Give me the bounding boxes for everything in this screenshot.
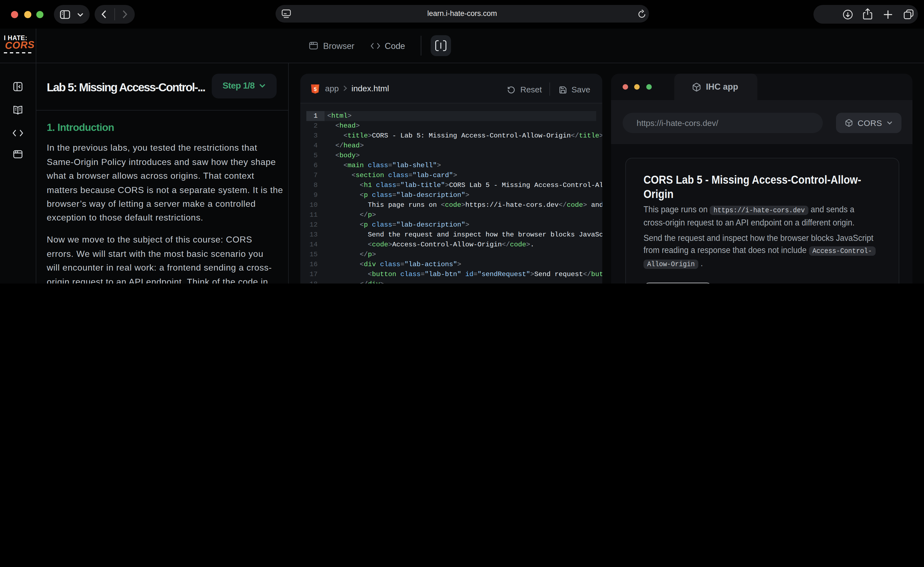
svg-text:5: 5 [314,86,316,92]
